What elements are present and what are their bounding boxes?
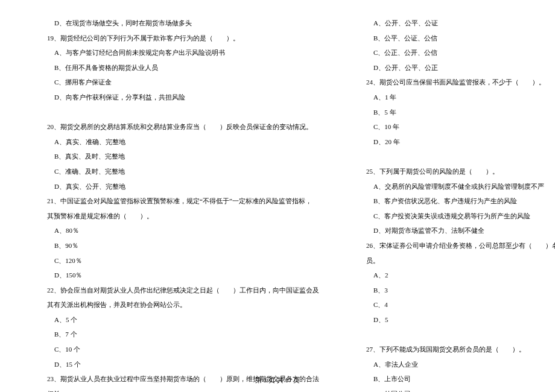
q23-option-d: D、公开、公平、公正 xyxy=(355,63,555,74)
right-column: A、公开、公平、公证 B、公平、公证、公信 C、公正、公开、公信 D、公开、公平… xyxy=(355,18,555,374)
q25-option-b: B、客户资信状况恶化、客户违规行为产生的风险 xyxy=(355,196,555,207)
q21-option-d: D、150％ xyxy=(36,270,319,281)
spacer xyxy=(355,151,555,162)
q26-stem-l1: 26、宋体证券公司申请介绍业务资格，公司总部至少有（ ）名具有期货从业资格的业务… xyxy=(355,241,555,251)
q25-option-d: D、对期货市场监管不力、法制不健全 xyxy=(355,226,555,236)
q20-option-b: B、真实、及时、完整地 xyxy=(36,151,319,162)
q22-option-c: C、10 个 xyxy=(36,344,319,355)
q27-stem: 27、下列不能成为我国期货交易所会员的是（ ）。 xyxy=(355,344,555,355)
spacer xyxy=(355,329,555,340)
q21-stem-l1: 21、中国证监会对风险监管指标设置预警标准，规定“不得低于”一定标准的风险监管指… xyxy=(36,196,319,207)
q25-option-a: A、交易所的风险管理制度不健全或执行风险管理制度不严 xyxy=(355,182,555,192)
q24-option-b: B、5 年 xyxy=(355,107,555,118)
q24-option-d: D、20 年 xyxy=(355,137,555,148)
q21-stem-l2: 其预警标准是规定标准的（ ）。 xyxy=(36,211,319,222)
q19-option-c: C、挪用客户保证金 xyxy=(36,77,319,88)
left-column: D、在现货市场做空头，同时在期货市场做多头 19、期货经纪公司的下列行为不属于欺… xyxy=(36,18,319,374)
spacer xyxy=(36,107,319,118)
q23-option-b: B、公平、公证、公信 xyxy=(355,33,555,44)
q21-option-c: C、120％ xyxy=(36,256,319,267)
q22-option-d: D、15 个 xyxy=(36,359,319,370)
q22-option-a: A、5 个 xyxy=(36,315,319,326)
q19-option-a: A、与客户签订经纪合同前未按规定向客户出示风险说明书 xyxy=(36,48,319,58)
page-columns: D、在现货市场做空头，同时在期货市场做多头 19、期货经纪公司的下列行为不属于欺… xyxy=(36,18,519,374)
q27-option-a: A、非法人企业 xyxy=(355,359,555,370)
q19-stem: 19、期货经纪公司的下列行为不属于欺诈客户行为的是（ ）。 xyxy=(36,33,319,44)
q21-option-b: B、90％ xyxy=(36,241,319,251)
q27-option-c: C、外国公司 xyxy=(355,389,555,392)
q24-stem: 24、期货公司应当保留书面风险监管报表，不少于（ ）。 xyxy=(355,77,555,88)
q24-option-a: A、1 年 xyxy=(355,92,555,103)
q22-stem-l1: 22、协会应当自对期货从业人员作出纪律惩戒决定之日起（ ）工作日内，向中国证监会… xyxy=(36,285,319,296)
q23-stem-l2: 权益。 xyxy=(36,389,319,392)
page-footer: 第 3 页 共 17 页 xyxy=(0,375,555,386)
q21-option-a: A、80％ xyxy=(36,226,319,236)
q20-option-c: C、准确、及时、完整地 xyxy=(36,166,319,177)
q20-stem: 20、期货交易所的交易结算系统和交易结算业务应当（ ）反映会员保证金的变动情况。 xyxy=(36,122,319,133)
q20-option-d: D、真实、公开、完整地 xyxy=(36,182,319,192)
q19-option-b: B、任用不具备资格的期货从业人员 xyxy=(36,63,319,74)
q22-option-b: B、7 个 xyxy=(36,329,319,340)
q26-option-b: B、3 xyxy=(355,285,555,296)
q26-option-a: A、2 xyxy=(355,270,555,281)
q26-option-d: D、5 xyxy=(355,315,555,326)
q18-option-d: D、在现货市场做空头，同时在期货市场做多头 xyxy=(36,18,319,29)
q19-option-d: D、向客户作获利保证，分享利益，共担风险 xyxy=(36,92,319,103)
q24-option-c: C、10 年 xyxy=(355,122,555,133)
q26-stem-l2: 员。 xyxy=(355,256,555,267)
q22-stem-l2: 其有关派出机构报告，并及时在协会网站公示。 xyxy=(36,300,319,311)
q23-option-a: A、公开、公平、公证 xyxy=(355,18,555,29)
q23-option-c: C、公正、公开、公信 xyxy=(355,48,555,58)
q20-option-a: A、真实、准确、完整地 xyxy=(36,137,319,148)
q25-option-c: C、客户投资决策失误或违规交易等行为所产生的风险 xyxy=(355,211,555,222)
q25-stem: 25、下列属于期货公司的风险的是（ ）。 xyxy=(355,166,555,177)
q26-option-c: C、4 xyxy=(355,300,555,311)
